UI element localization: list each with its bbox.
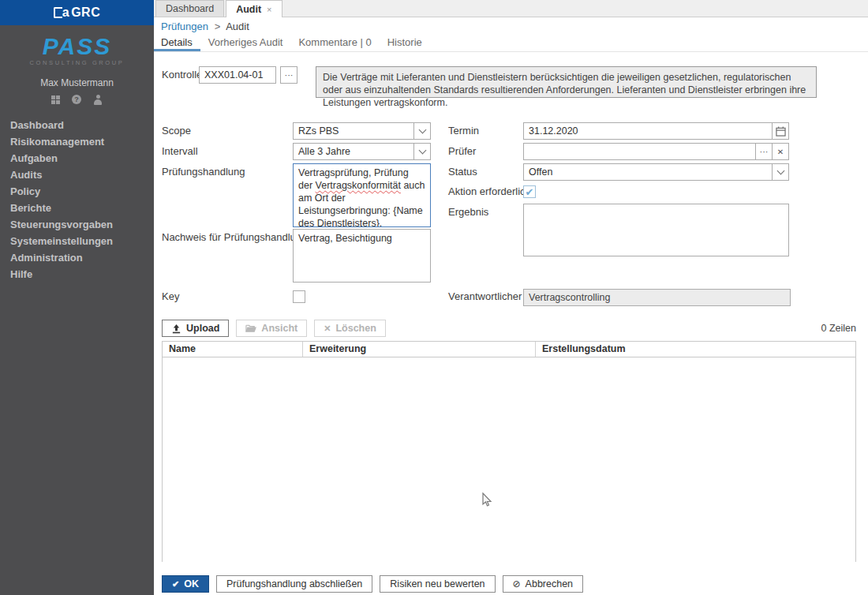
intervall-dropdown[interactable]: Alle 3 Jahre — [293, 143, 431, 160]
delete-x-icon: ✕ — [324, 324, 331, 334]
upload-icon — [171, 324, 181, 334]
sidebar-item-aufgaben[interactable]: Aufgaben — [0, 150, 154, 167]
apps-grid-icon[interactable] — [51, 95, 60, 104]
sidebar-item-berichte[interactable]: Berichte — [0, 200, 154, 216]
checkmark-icon: ✔ — [526, 187, 534, 197]
intervall-value: Alle 3 Jahre — [294, 144, 413, 159]
kontrolle-label: Kontrolle — [162, 66, 202, 84]
aktion-erforderlich-label: Aktion erforderlich — [448, 183, 531, 200]
sidebar-item-steuerungsvorgaben[interactable]: Steuerungsvorgaben — [0, 216, 154, 233]
sidebar-item-audits[interactable]: Audits — [0, 167, 154, 183]
termin-input[interactable] — [524, 123, 772, 139]
pass-logo-subtitle: CONSULTING GROUP — [0, 59, 154, 66]
sidebar-item-hilfe[interactable]: Hilfe — [0, 266, 154, 283]
verantwortlicher-field: Vertragscontrolling — [523, 289, 791, 306]
pruefer-clear-button[interactable]: ✕ — [772, 144, 788, 159]
subtab-bar: Details Vorheriges Audit Kommentare | 0 … — [154, 36, 868, 52]
agrc-logo-text: GRC — [71, 6, 100, 20]
column-header-erstellungsdatum[interactable]: Erstellungsdatum — [536, 342, 855, 357]
breadcrumb: Prüfungen > Audit — [154, 17, 249, 36]
ok-button-label: OK — [184, 578, 199, 589]
pruefungshandlung-abschliessen-button[interactable]: Prüfungshandlung abschließen — [216, 575, 372, 593]
current-user-name: Max Mustermann — [0, 77, 154, 88]
ansicht-button-label: Ansicht — [261, 323, 297, 334]
pruefer-field: ··· ✕ — [523, 143, 789, 160]
pass-logo-text: PASS — [0, 35, 154, 58]
attachments-table-header: Name Erweiterung Erstellungsdatum — [163, 342, 855, 357]
pruefungshandlung-label: Prüfungshandlung — [162, 163, 245, 181]
subtab-details[interactable]: Details — [154, 36, 200, 51]
termin-calendar-button[interactable] — [772, 123, 788, 139]
ergebnis-label: Ergebnis — [448, 204, 488, 221]
kontrolle-description: Die Verträge mit Lieferanten und Dienstl… — [316, 66, 817, 98]
key-label: Key — [162, 288, 179, 305]
sidebar-item-dashboard[interactable]: Dashboard — [0, 117, 154, 133]
subtab-historie[interactable]: Historie — [380, 36, 430, 51]
column-header-erweiterung[interactable]: Erweiterung — [303, 342, 536, 357]
chevron-down-icon — [776, 167, 784, 174]
pruefer-browse-button[interactable]: ··· — [755, 144, 772, 159]
tab-audit-label: Audit — [236, 2, 261, 17]
pass-logo: PASS CONSULTING GROUP — [0, 35, 154, 66]
breadcrumb-separator: > — [215, 21, 221, 32]
status-label: Status — [448, 163, 477, 181]
key-checkbox[interactable] — [293, 290, 305, 303]
ergebnis-textarea[interactable] — [523, 204, 789, 256]
scope-label: Scope — [162, 122, 191, 140]
sidebar-item-systemeinstellungen[interactable]: Systemeinstellungen — [0, 233, 154, 249]
app-window: aGRC PASS CONSULTING GROUP Max Musterman… — [0, 0, 868, 595]
abschliessen-button-label: Prüfungshandlung abschließen — [226, 578, 362, 589]
agrc-logo-prefix: a — [62, 6, 69, 20]
sidebar-item-risikomanagement[interactable]: Risikomanagement — [0, 133, 154, 150]
risiken-neu-bewerten-button[interactable]: Risiken neu bewerten — [380, 575, 495, 593]
upload-button-label: Upload — [186, 323, 219, 334]
ok-check-icon: ✔ — [172, 579, 179, 589]
upload-button[interactable]: Upload — [162, 320, 229, 337]
abbrechen-button[interactable]: ⊘ Abbrechen — [503, 575, 584, 593]
footer-actions: ✔ OK Prüfungshandlung abschließen Risike… — [162, 575, 583, 593]
sidebar-menu: Dashboard Risikomanagement Aufgaben Audi… — [0, 117, 154, 283]
help-icon[interactable]: ? — [72, 95, 81, 104]
scope-value: RZs PBS — [294, 123, 413, 139]
chevron-down-icon — [418, 146, 426, 154]
agrc-bracket-icon — [54, 7, 62, 18]
ansicht-button: Ansicht — [236, 320, 307, 337]
calendar-icon — [776, 126, 786, 137]
attachments-table-body — [163, 357, 855, 562]
tab-close-icon[interactable]: × — [267, 2, 271, 17]
agrc-logo: aGRC — [0, 0, 154, 25]
pruefer-label: Prüfer — [448, 143, 476, 160]
breadcrumb-pruefungen-link[interactable]: Prüfungen — [161, 21, 208, 32]
tab-dashboard[interactable]: Dashboard — [155, 0, 224, 17]
kontrolle-input[interactable] — [200, 67, 275, 83]
verantwortlicher-label: Verantwortlicher — [448, 288, 522, 305]
ok-button[interactable]: ✔ OK — [162, 575, 209, 593]
pruefer-input[interactable] — [524, 144, 755, 159]
scope-dropdown[interactable]: RZs PBS — [293, 122, 431, 140]
row-count: 0 Zeilen — [821, 320, 856, 337]
loeschen-button-label: Löschen — [335, 323, 376, 334]
subtab-kommentare[interactable]: Kommentare | 0 — [290, 36, 379, 51]
loeschen-button: ✕ Löschen — [314, 320, 386, 337]
status-dropdown[interactable]: Offen — [523, 163, 789, 181]
sidebar-item-administration[interactable]: Administration — [0, 249, 154, 266]
abbrechen-button-label: Abbrechen — [526, 578, 573, 589]
subtab-vorheriges-audit[interactable]: Vorheriges Audit — [200, 36, 291, 51]
main-content: Dashboard Audit × Prüfungen > Audit Deta… — [154, 0, 868, 595]
termin-label: Termin — [448, 122, 479, 140]
aktion-erforderlich-checkbox[interactable]: ✔ — [523, 185, 536, 198]
sidebar-item-policy[interactable]: Policy — [0, 183, 154, 200]
scope-chevron-button[interactable] — [413, 123, 430, 139]
kontrolle-browse-button[interactable]: ··· — [280, 66, 297, 84]
tab-audit[interactable]: Audit × — [226, 0, 282, 17]
user-icon[interactable] — [93, 95, 103, 105]
sidebar: aGRC PASS CONSULTING GROUP Max Musterman… — [0, 0, 154, 595]
attachments-toolbar: Upload Ansicht ✕ Löschen — [162, 320, 386, 337]
column-header-name[interactable]: Name — [163, 342, 303, 357]
intervall-chevron-button[interactable] — [413, 144, 430, 159]
attachments-table: Name Erweiterung Erstellungsdatum — [162, 341, 856, 562]
chevron-down-icon — [418, 125, 426, 133]
pruefungshandlung-textarea[interactable]: Vertragsprüfung, Prüfung der Vertragskon… — [293, 163, 431, 227]
status-chevron-button[interactable] — [772, 164, 788, 180]
nachweis-textarea[interactable]: Vertrag, Besichtigung — [293, 229, 431, 283]
